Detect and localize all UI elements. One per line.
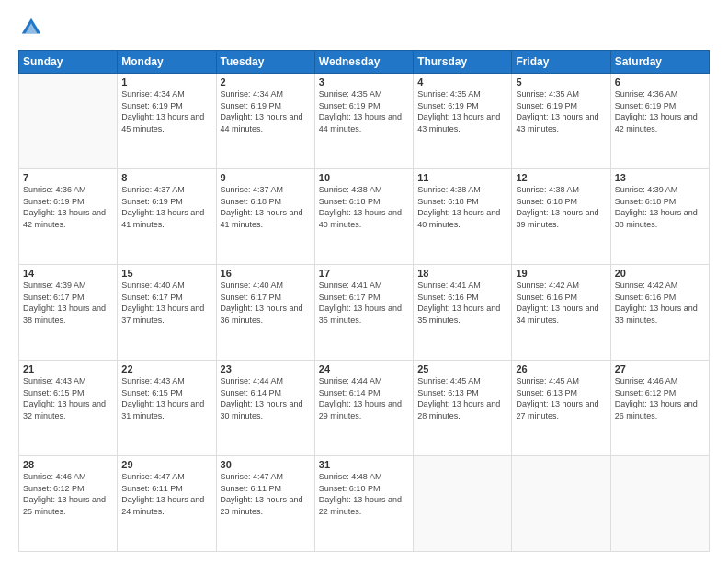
day-info: Sunrise: 4:43 AM Sunset: 6:15 PM Dayligh… — [121, 375, 211, 421]
calendar-day-cell: 9Sunrise: 4:37 AM Sunset: 6:18 PM Daylig… — [216, 169, 314, 265]
day-number: 18 — [417, 268, 507, 279]
calendar-day-cell: 8Sunrise: 4:37 AM Sunset: 6:19 PM Daylig… — [118, 169, 216, 265]
logo-icon — [18, 15, 44, 40]
calendar-day-header: Friday — [512, 51, 610, 74]
calendar-table: SundayMondayTuesdayWednesdayThursdayFrid… — [18, 50, 710, 552]
calendar-day-header: Thursday — [414, 51, 512, 74]
day-info: Sunrise: 4:42 AM Sunset: 6:16 PM Dayligh… — [615, 280, 705, 326]
day-info: Sunrise: 4:40 AM Sunset: 6:17 PM Dayligh… — [121, 280, 211, 326]
calendar-day-cell: 21Sunrise: 4:43 AM Sunset: 6:15 PM Dayli… — [19, 361, 118, 456]
calendar-week-row: 14Sunrise: 4:39 AM Sunset: 6:17 PM Dayli… — [19, 265, 710, 361]
day-number: 29 — [121, 459, 211, 470]
calendar-day-cell: 22Sunrise: 4:43 AM Sunset: 6:15 PM Dayli… — [118, 361, 216, 456]
day-info: Sunrise: 4:48 AM Sunset: 6:10 PM Dayligh… — [319, 471, 409, 517]
day-info: Sunrise: 4:46 AM Sunset: 6:12 PM Dayligh… — [23, 471, 113, 517]
day-number: 24 — [319, 363, 409, 374]
day-info: Sunrise: 4:38 AM Sunset: 6:18 PM Dayligh… — [516, 184, 606, 230]
calendar-day-cell: 2Sunrise: 4:34 AM Sunset: 6:19 PM Daylig… — [216, 74, 314, 169]
day-number: 13 — [615, 172, 705, 183]
calendar-day-cell: 10Sunrise: 4:38 AM Sunset: 6:18 PM Dayli… — [314, 169, 413, 265]
day-info: Sunrise: 4:40 AM Sunset: 6:17 PM Dayligh… — [221, 280, 311, 326]
calendar-day-cell: 15Sunrise: 4:40 AM Sunset: 6:17 PM Dayli… — [118, 265, 216, 361]
day-number: 19 — [516, 268, 606, 279]
day-info: Sunrise: 4:34 AM Sunset: 6:19 PM Dayligh… — [121, 88, 211, 134]
day-number: 31 — [319, 459, 409, 470]
day-number: 8 — [121, 172, 211, 183]
calendar-day-cell: 16Sunrise: 4:40 AM Sunset: 6:17 PM Dayli… — [216, 265, 314, 361]
day-info: Sunrise: 4:37 AM Sunset: 6:18 PM Dayligh… — [221, 184, 311, 230]
day-number: 3 — [319, 76, 409, 87]
day-info: Sunrise: 4:45 AM Sunset: 6:13 PM Dayligh… — [516, 375, 606, 421]
calendar-day-cell: 7Sunrise: 4:36 AM Sunset: 6:19 PM Daylig… — [19, 169, 118, 265]
day-info: Sunrise: 4:41 AM Sunset: 6:17 PM Dayligh… — [319, 280, 409, 326]
calendar-day-cell: 12Sunrise: 4:38 AM Sunset: 6:18 PM Dayli… — [512, 169, 610, 265]
day-number: 14 — [23, 268, 113, 279]
day-number: 23 — [221, 363, 311, 374]
day-number: 10 — [319, 172, 409, 183]
day-number: 7 — [23, 172, 113, 183]
day-number: 6 — [615, 76, 705, 87]
calendar-day-cell: 28Sunrise: 4:46 AM Sunset: 6:12 PM Dayli… — [19, 456, 118, 552]
day-number: 16 — [221, 268, 311, 279]
day-info: Sunrise: 4:45 AM Sunset: 6:13 PM Dayligh… — [417, 375, 507, 421]
day-number: 12 — [516, 172, 606, 183]
calendar-day-cell: 31Sunrise: 4:48 AM Sunset: 6:10 PM Dayli… — [314, 456, 413, 552]
calendar-week-row: 1Sunrise: 4:34 AM Sunset: 6:19 PM Daylig… — [19, 74, 710, 169]
day-number: 4 — [417, 76, 507, 87]
day-info: Sunrise: 4:44 AM Sunset: 6:14 PM Dayligh… — [221, 375, 311, 421]
day-info: Sunrise: 4:39 AM Sunset: 6:18 PM Dayligh… — [615, 184, 705, 230]
day-number: 20 — [615, 268, 705, 279]
day-info: Sunrise: 4:34 AM Sunset: 6:19 PM Dayligh… — [221, 88, 311, 134]
day-info: Sunrise: 4:38 AM Sunset: 6:18 PM Dayligh… — [417, 184, 507, 230]
day-info: Sunrise: 4:46 AM Sunset: 6:12 PM Dayligh… — [615, 375, 705, 421]
calendar-day-header: Monday — [118, 51, 216, 74]
calendar-day-cell — [19, 74, 118, 169]
day-info: Sunrise: 4:38 AM Sunset: 6:18 PM Dayligh… — [319, 184, 409, 230]
day-number: 22 — [121, 363, 211, 374]
day-info: Sunrise: 4:41 AM Sunset: 6:16 PM Dayligh… — [417, 280, 507, 326]
calendar-day-cell: 17Sunrise: 4:41 AM Sunset: 6:17 PM Dayli… — [314, 265, 413, 361]
calendar-day-header: Tuesday — [216, 51, 314, 74]
calendar-day-cell: 25Sunrise: 4:45 AM Sunset: 6:13 PM Dayli… — [414, 361, 512, 456]
calendar-day-header: Saturday — [610, 51, 709, 74]
calendar-day-cell: 29Sunrise: 4:47 AM Sunset: 6:11 PM Dayli… — [118, 456, 216, 552]
calendar-day-cell: 20Sunrise: 4:42 AM Sunset: 6:16 PM Dayli… — [610, 265, 709, 361]
day-number: 25 — [417, 363, 507, 374]
day-number: 2 — [221, 76, 311, 87]
day-number: 26 — [516, 363, 606, 374]
calendar-day-cell: 26Sunrise: 4:45 AM Sunset: 6:13 PM Dayli… — [512, 361, 610, 456]
day-number: 21 — [23, 363, 113, 374]
day-number: 1 — [121, 76, 211, 87]
header — [18, 15, 710, 40]
logo — [18, 15, 48, 40]
calendar-day-header: Sunday — [19, 51, 118, 74]
calendar-day-cell: 13Sunrise: 4:39 AM Sunset: 6:18 PM Dayli… — [610, 169, 709, 265]
calendar-day-cell — [610, 456, 709, 552]
day-number: 17 — [319, 268, 409, 279]
day-number: 30 — [221, 459, 311, 470]
day-info: Sunrise: 4:35 AM Sunset: 6:19 PM Dayligh… — [516, 88, 606, 134]
calendar-day-cell: 24Sunrise: 4:44 AM Sunset: 6:14 PM Dayli… — [314, 361, 413, 456]
calendar-week-row: 28Sunrise: 4:46 AM Sunset: 6:12 PM Dayli… — [19, 456, 710, 552]
calendar-header-row: SundayMondayTuesdayWednesdayThursdayFrid… — [19, 51, 710, 74]
calendar-day-cell — [414, 456, 512, 552]
calendar-day-cell: 27Sunrise: 4:46 AM Sunset: 6:12 PM Dayli… — [610, 361, 709, 456]
calendar-day-cell: 1Sunrise: 4:34 AM Sunset: 6:19 PM Daylig… — [118, 74, 216, 169]
calendar-day-header: Wednesday — [314, 51, 413, 74]
day-number: 5 — [516, 76, 606, 87]
calendar-week-row: 7Sunrise: 4:36 AM Sunset: 6:19 PM Daylig… — [19, 169, 710, 265]
page: SundayMondayTuesdayWednesdayThursdayFrid… — [0, 0, 728, 563]
calendar-day-cell: 30Sunrise: 4:47 AM Sunset: 6:11 PM Dayli… — [216, 456, 314, 552]
calendar-day-cell: 3Sunrise: 4:35 AM Sunset: 6:19 PM Daylig… — [314, 74, 413, 169]
day-number: 27 — [615, 363, 705, 374]
calendar-day-cell: 11Sunrise: 4:38 AM Sunset: 6:18 PM Dayli… — [414, 169, 512, 265]
day-number: 11 — [417, 172, 507, 183]
calendar-day-cell: 4Sunrise: 4:35 AM Sunset: 6:19 PM Daylig… — [414, 74, 512, 169]
calendar-day-cell: 19Sunrise: 4:42 AM Sunset: 6:16 PM Dayli… — [512, 265, 610, 361]
day-info: Sunrise: 4:36 AM Sunset: 6:19 PM Dayligh… — [615, 88, 705, 134]
day-info: Sunrise: 4:43 AM Sunset: 6:15 PM Dayligh… — [23, 375, 113, 421]
day-info: Sunrise: 4:47 AM Sunset: 6:11 PM Dayligh… — [221, 471, 311, 517]
calendar-day-cell: 5Sunrise: 4:35 AM Sunset: 6:19 PM Daylig… — [512, 74, 610, 169]
day-info: Sunrise: 4:42 AM Sunset: 6:16 PM Dayligh… — [516, 280, 606, 326]
day-number: 15 — [121, 268, 211, 279]
